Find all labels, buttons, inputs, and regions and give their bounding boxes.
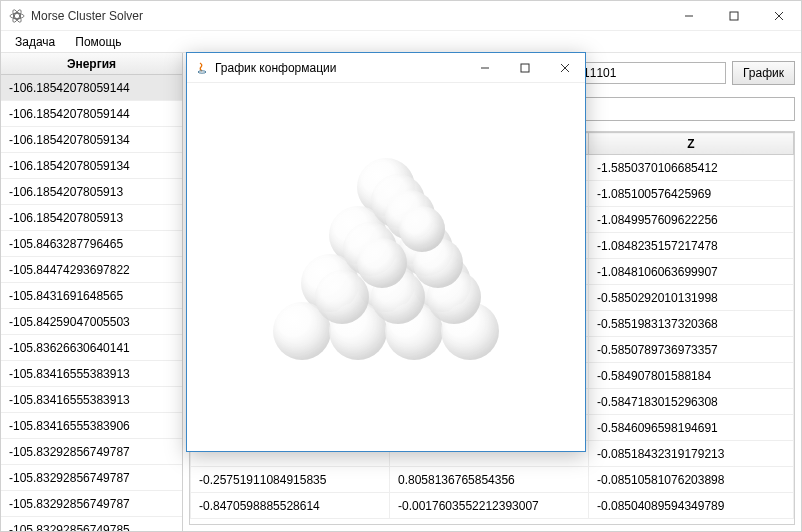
energy-row[interactable]: -105.83292856749785: [1, 517, 182, 531]
energy-row[interactable]: -105.83416555383913: [1, 361, 182, 387]
energy-row[interactable]: -105.83416555383906: [1, 413, 182, 439]
energy-row[interactable]: -106.1854207805913: [1, 179, 182, 205]
minimize-button[interactable]: [666, 1, 711, 30]
maximize-icon: [520, 63, 530, 73]
cell-z: -1.0849957609622256: [588, 207, 793, 233]
cell-y: 0.8058136765854356: [389, 467, 588, 493]
dialog-maximize-button[interactable]: [505, 53, 545, 82]
atom-sphere: [315, 270, 369, 324]
cell-z: -0.5846096598194691: [588, 415, 793, 441]
svg-point-8: [198, 70, 206, 72]
cell-z: -0.5851983137320368: [588, 311, 793, 337]
svg-point-1: [10, 13, 24, 18]
cell-z: -0.5850292010131998: [588, 285, 793, 311]
cell-x: -0.8470598885528614: [191, 493, 390, 519]
energy-row[interactable]: -106.18542078059144: [1, 75, 182, 101]
cell-z: -0.584907801588184: [588, 363, 793, 389]
table-row[interactable]: -0.8470598885528614-0.001760355221239300…: [191, 493, 794, 519]
energy-row[interactable]: -106.18542078059134: [1, 153, 182, 179]
window-controls: [666, 1, 801, 30]
close-icon: [774, 11, 784, 21]
cell-z: -0.08518432319179213: [588, 441, 793, 467]
cell-z: -1.0848235157217478: [588, 233, 793, 259]
cell-z: -1.0848106063699907: [588, 259, 793, 285]
svg-rect-5: [730, 12, 738, 20]
cell-z: -0.5850789736973357: [588, 337, 793, 363]
cell-z: -0.08510581076203898: [588, 467, 793, 493]
menu-task[interactable]: Задача: [7, 33, 63, 51]
energy-row[interactable]: -105.83416555383913: [1, 387, 182, 413]
close-icon: [560, 63, 570, 73]
energy-row[interactable]: -106.18542078059134: [1, 127, 182, 153]
atom-sphere: [357, 238, 407, 288]
energy-row[interactable]: -105.83292856749787: [1, 439, 182, 465]
app-icon: [9, 8, 25, 24]
atom-sphere: [399, 206, 445, 252]
cell-z: -1.5850370106685412: [588, 155, 793, 181]
energy-sidebar: Энергия -106.18542078059144-106.18542078…: [1, 53, 183, 531]
cell-y: -0.0017603552212393007: [389, 493, 588, 519]
conformation-dialog[interactable]: График конформации: [186, 52, 586, 452]
col-z[interactable]: Z: [588, 133, 793, 155]
menubar: Задача Помощь: [1, 31, 801, 53]
energy-row[interactable]: -106.1854207805913: [1, 205, 182, 231]
energy-row[interactable]: -105.8431691648565: [1, 283, 182, 309]
graph-button[interactable]: График: [732, 61, 795, 85]
java-icon: [195, 61, 209, 75]
energy-row[interactable]: -105.83626630640141: [1, 335, 182, 361]
cell-x: -0.25751911084915835: [191, 467, 390, 493]
energy-list[interactable]: -106.18542078059144-106.18542078059144-1…: [1, 75, 182, 531]
menu-help[interactable]: Помощь: [67, 33, 129, 51]
minimize-icon: [480, 63, 490, 73]
maximize-button[interactable]: [711, 1, 756, 30]
cell-z: -0.5847183015296308: [588, 389, 793, 415]
energy-row[interactable]: -105.84259047005503: [1, 309, 182, 335]
svg-rect-10: [521, 64, 529, 72]
energy-row[interactable]: -105.83292856749787: [1, 465, 182, 491]
dialog-titlebar: График конформации: [187, 53, 585, 83]
energy-header: Энергия: [1, 53, 182, 75]
energy-row[interactable]: -105.83292856749787: [1, 491, 182, 517]
cluster-render[interactable]: [246, 127, 526, 407]
cell-z: -0.08504089594349789: [588, 493, 793, 519]
dialog-close-button[interactable]: [545, 53, 585, 82]
titlebar: Morse Cluster Solver: [1, 1, 801, 31]
dialog-title: График конформации: [215, 61, 336, 75]
dialog-body: [187, 83, 585, 451]
dialog-minimize-button[interactable]: [465, 53, 505, 82]
table-row[interactable]: -0.257519110849158350.8058136765854356-0…: [191, 467, 794, 493]
close-button[interactable]: [756, 1, 801, 30]
maximize-icon: [729, 11, 739, 21]
energy-row[interactable]: -105.8463287796465: [1, 231, 182, 257]
cell-z: -1.085100576425969: [588, 181, 793, 207]
minimize-icon: [684, 11, 694, 21]
window-title: Morse Cluster Solver: [31, 9, 143, 23]
energy-row[interactable]: -105.84474293697822: [1, 257, 182, 283]
energy-row[interactable]: -106.18542078059144: [1, 101, 182, 127]
